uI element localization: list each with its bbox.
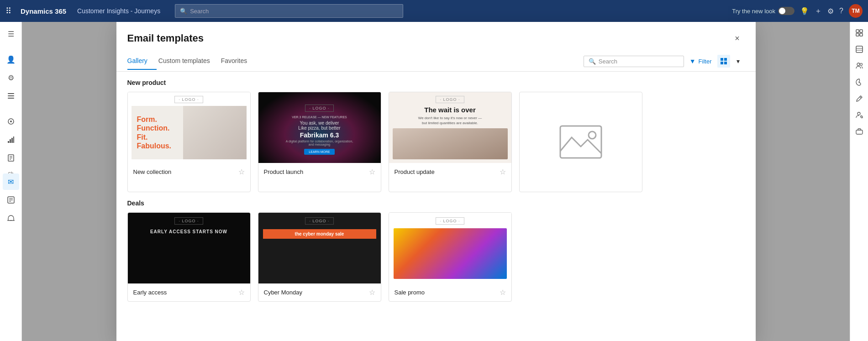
settings-icon[interactable]: ⚙ [827, 7, 834, 16]
sidebar-item-scoring[interactable] [3, 131, 19, 148]
help-icon[interactable]: ? [839, 7, 843, 15]
topbar: ⠿ Dynamics 365 Customer Insights - Journ… [0, 0, 868, 22]
modal-header: Email templates × [116, 22, 756, 51]
svg-point-35 [861, 116, 863, 118]
template-card-new-collection[interactable]: · LOGO · Form.Function.Fit.Fabulous. [127, 92, 251, 192]
try-new-toggle[interactable]: Try the new look [732, 7, 794, 15]
d2-logo: · LOGO · [305, 217, 333, 225]
svg-point-23 [589, 131, 596, 139]
favorite-deals-1-button[interactable]: ☆ [238, 288, 245, 297]
nc-logo: · LOGO · [174, 96, 203, 103]
template-search-input[interactable] [599, 58, 679, 65]
template-name-product-launch: Product launch [264, 168, 304, 175]
tab-custom-templates[interactable]: Custom templates [158, 52, 219, 70]
template-name-deals-1: Early access [133, 289, 167, 296]
template-card-deals-2[interactable]: · LOGO · the cyber monday sale Cyber Mon… [258, 212, 381, 302]
template-name-new-collection: New collection [133, 168, 172, 175]
svg-point-31 [857, 63, 860, 66]
favorite-new-collection-button[interactable]: ☆ [238, 168, 245, 176]
svg-rect-21 [724, 62, 727, 64]
template-card-deals-3[interactable]: · LOGO · Sale promo ☆ [389, 212, 512, 302]
nc-headline: Form.Function.Fit.Fabulous. [132, 110, 177, 156]
template-footer-deals-3: Sale promo ☆ [389, 283, 511, 301]
sidebar-item-segments[interactable] [3, 88, 19, 104]
page-content: Email templates × Gallery Custom templat… [22, 22, 850, 341]
template-card-product-launch[interactable]: · LOGO · VER.3 RELEASE — NEW FEATURES Yo… [258, 92, 381, 192]
sidebar-item-leads[interactable]: ⚙ [3, 69, 19, 86]
avatar[interactable]: TM [849, 4, 863, 18]
favorite-product-update-button[interactable]: ☆ [500, 168, 506, 176]
modal-close-button[interactable]: × [730, 31, 745, 46]
pl-logo: · LOGO · [305, 105, 333, 112]
try-new-switch[interactable] [778, 7, 794, 15]
sidebar-item-hamburger[interactable]: ☰ [3, 26, 19, 42]
svg-point-32 [860, 63, 862, 66]
template-thumb-deals-1: · LOGO · EARLY ACCESS STARTS NOW [128, 213, 250, 283]
svg-rect-20 [721, 62, 723, 64]
grid-view-button[interactable] [717, 55, 730, 68]
svg-rect-24 [856, 30, 859, 32]
d1-logo: · LOGO · [174, 217, 203, 225]
sidebar-item-quotes[interactable] [3, 150, 19, 166]
svg-point-34 [857, 112, 860, 115]
svg-rect-28 [856, 46, 863, 52]
search-filter-bar: 🔍 ▼ Filter ▾ [584, 51, 745, 71]
template-name-product-update: Product update [395, 168, 435, 175]
tab-favorites[interactable]: Favorites [221, 52, 257, 70]
section-new-product-label: New product [127, 79, 745, 86]
search-icon: 🔍 [180, 8, 187, 15]
waffle-icon[interactable]: ⠿ [5, 6, 11, 16]
plus-icon[interactable]: ＋ [815, 6, 822, 16]
tab-gallery[interactable]: Gallery [127, 52, 157, 70]
sidebar: ☰ 👤 ⚙ Ch ✉ [0, 22, 22, 341]
pu-sub: We don't like to say it's now or never —… [418, 115, 482, 126]
dropdown-view-button[interactable]: ▾ [732, 55, 745, 68]
gallery-scroll: New product · LOGO · Form.Function.Fit.F… [116, 72, 756, 341]
d3-logo: · LOGO · [436, 217, 464, 225]
favorite-product-launch-button[interactable]: ☆ [369, 168, 375, 176]
right-panel [850, 22, 868, 341]
favorite-deals-3-button[interactable]: ☆ [500, 288, 506, 297]
section-deals-label: Deals [127, 199, 745, 207]
filter-icon: ▼ [689, 58, 696, 65]
app-label: Customer Insights - Journeys [77, 7, 160, 15]
right-expand-icon[interactable] [852, 26, 867, 40]
lightbulb-icon[interactable]: 💡 [800, 7, 809, 16]
svg-rect-7 [11, 138, 13, 143]
svg-rect-26 [856, 33, 859, 36]
template-card-product-update[interactable]: · LOGO · The wait is over We don't like … [389, 92, 512, 192]
right-grid-icon[interactable] [852, 42, 867, 57]
template-footer-deals-2: Cyber Monday ☆ [258, 283, 381, 301]
sidebar-item-push[interactable] [3, 210, 19, 226]
sidebar-item-contacts[interactable]: 👤 [3, 51, 19, 68]
right-palette-icon[interactable] [852, 75, 867, 89]
template-search-box[interactable]: 🔍 [584, 56, 684, 67]
svg-rect-6 [10, 139, 11, 143]
svg-rect-19 [724, 58, 727, 61]
global-search-input[interactable] [190, 8, 398, 15]
template-thumb-deals-3: · LOGO · [389, 213, 511, 283]
sidebar-item-forms[interactable] [3, 192, 19, 208]
svg-rect-40 [856, 130, 863, 134]
right-people-icon[interactable] [852, 58, 867, 73]
filter-button[interactable]: ▼ Filter [689, 58, 712, 65]
right-person-settings-icon[interactable] [852, 108, 867, 122]
deals-grid: · LOGO · EARLY ACCESS STARTS NOW Early a… [127, 212, 745, 302]
view-toggle: ▾ [717, 55, 745, 68]
pu-logo: · LOGO · [436, 96, 464, 103]
right-briefcase-icon[interactable] [852, 124, 867, 139]
favorite-deals-2-button[interactable]: ☆ [369, 288, 375, 297]
svg-line-33 [860, 97, 861, 98]
svg-rect-27 [860, 33, 863, 36]
sidebar-item-leadmgmt[interactable] [3, 113, 19, 130]
search-icon: 🔍 [589, 58, 596, 65]
global-search-box[interactable]: 🔍 [175, 4, 403, 18]
template-name-deals-2: Cyber Monday [264, 289, 303, 296]
sidebar-item-email[interactable]: ✉ [3, 173, 19, 190]
template-thumb-product-launch: · LOGO · VER.3 RELEASE — NEW FEATURES Yo… [258, 92, 381, 163]
right-edit-icon[interactable] [852, 91, 867, 106]
tabs-bar: Gallery Custom templates Favorites [127, 52, 584, 70]
template-card-deals-1[interactable]: · LOGO · EARLY ACCESS STARTS NOW Early a… [127, 212, 251, 302]
template-name-deals-3: Sale promo [395, 289, 425, 296]
svg-rect-0 [8, 93, 14, 94]
